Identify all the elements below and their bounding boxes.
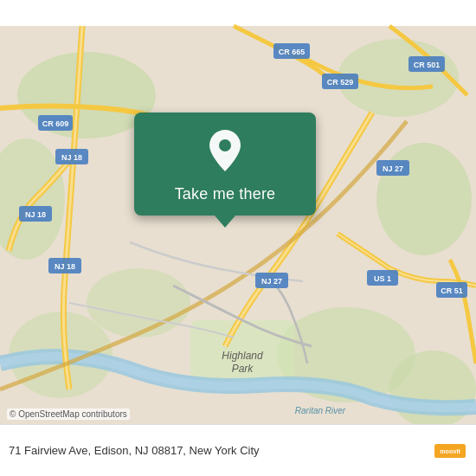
moovit-logo: moovit	[434, 435, 466, 466]
svg-text:moovit: moovit	[440, 447, 460, 455]
svg-text:NJ 18: NJ 18	[25, 210, 46, 219]
location-pin-icon	[206, 128, 244, 177]
svg-text:CR 609: CR 609	[42, 119, 69, 128]
svg-text:Raritan River: Raritan River	[295, 406, 346, 415]
svg-text:CR 665: CR 665	[279, 48, 306, 56]
map-container: CR 665 CR 529 CR 501 NJ 27 NJ 27 NJ 18 N…	[0, 0, 476, 476]
openstreetmap-credit: © OpenStreetMap contributors	[7, 408, 130, 420]
svg-text:CR 51: CR 51	[441, 286, 463, 295]
svg-text:Park: Park	[232, 363, 254, 375]
bottom-bar: 71 Fairview Ave, Edison, NJ 08817, New Y…	[0, 424, 476, 476]
map-svg: CR 665 CR 529 CR 501 NJ 27 NJ 27 NJ 18 N…	[0, 0, 476, 476]
svg-text:NJ 27: NJ 27	[261, 277, 282, 286]
address-text: 71 Fairview Ave, Edison, NJ 08817, New Y…	[9, 444, 434, 457]
svg-point-35	[219, 139, 231, 151]
svg-text:CR 529: CR 529	[327, 78, 354, 87]
button-overlay: Take me there	[130, 113, 320, 228]
moovit-logo-svg: moovit	[434, 435, 466, 466]
svg-text:US 1: US 1	[374, 274, 391, 283]
card-pointer	[215, 215, 235, 228]
take-me-there-button[interactable]: Take me there	[175, 185, 276, 203]
svg-text:NJ 18: NJ 18	[61, 153, 82, 162]
svg-point-7	[389, 351, 476, 428]
svg-text:NJ 18: NJ 18	[55, 262, 75, 271]
svg-text:CR 501: CR 501	[414, 61, 441, 69]
svg-text:Highland: Highland	[222, 350, 263, 362]
take-me-there-card[interactable]: Take me there	[134, 113, 316, 215]
svg-point-5	[87, 268, 190, 338]
svg-point-3	[376, 143, 472, 255]
svg-text:NJ 27: NJ 27	[383, 164, 403, 173]
